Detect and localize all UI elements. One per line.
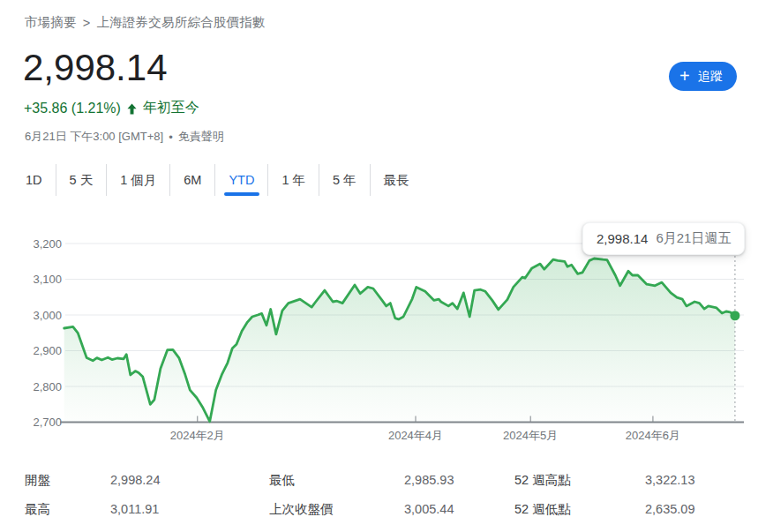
tab-5y[interactable]: 5 年 [319, 164, 371, 196]
breadcrumb-separator: > [83, 16, 91, 30]
stat-label: 52 週低點 [514, 495, 645, 524]
tab-label: 5 年 [333, 172, 356, 189]
stat-value: 2,985.93 [404, 466, 514, 495]
breadcrumb: 市場摘要>上海證券交易所綜合股價指數 [25, 14, 266, 31]
stat-value: 3,005.44 [404, 495, 514, 524]
time-range-tab-bar: 1D5 天1 個月6MYTD1 年5 年最長 [25, 164, 423, 196]
tab-ytd[interactable]: YTD [215, 164, 268, 196]
y-axis-label: 3,200 [33, 237, 62, 251]
tab-label: 1D [26, 173, 42, 187]
active-tab-indicator [224, 192, 259, 196]
change-period-label: 年初至今 [143, 99, 199, 117]
x-axis-label: 2024年5月 [503, 429, 558, 442]
tab-label: 6M [184, 173, 201, 187]
quote-datetime-row: 6月21日 下午3:00 [GMT+8] • 免責聲明 [25, 129, 224, 145]
stat-label: 上次收盤價 [269, 495, 404, 524]
stats-table: 開盤2,998.24最低2,985.9352 週高點3,322.13最高3,01… [25, 466, 750, 524]
y-axis-label: 3,000 [33, 309, 62, 322]
page-title: 上海證券交易所綜合股價指數 [96, 15, 265, 29]
disclaimer-link[interactable]: 免責聲明 [178, 129, 224, 145]
stat-label: 開盤 [25, 466, 110, 495]
follow-button[interactable]: + 追蹤 [669, 62, 737, 91]
tab-max[interactable]: 最長 [371, 164, 423, 196]
y-axis-label: 2,700 [33, 416, 62, 429]
quote-datetime: 6月21日 下午3:00 [GMT+8] [25, 129, 163, 145]
y-axis-label: 2,800 [33, 380, 62, 393]
stat-value: 2,998.24 [110, 466, 269, 495]
x-axis-label: 2024年2月 [170, 429, 225, 442]
stat-value: 3,322.13 [645, 466, 750, 495]
follow-button-label: 追蹤 [698, 69, 723, 85]
plus-icon: + [679, 67, 690, 85]
current-price: 2,998.14 [23, 47, 168, 89]
stat-label: 52 週高點 [514, 466, 645, 495]
price-change-row: +35.86 (1.21%) 年初至今 [24, 99, 199, 117]
tooltip-price: 2,998.14 [597, 231, 648, 246]
stat-value: 3,011.91 [110, 495, 269, 524]
tab-label: YTD [229, 173, 254, 187]
tab-1d[interactable]: 1D [25, 164, 56, 196]
y-axis-label: 3,100 [33, 273, 62, 286]
last-price-dot [730, 311, 739, 320]
stat-label: 最低 [269, 466, 404, 495]
price-change: +35.86 (1.21%) [24, 101, 121, 116]
y-axis-label: 2,900 [33, 344, 62, 357]
stat-value: 2,635.09 [645, 495, 750, 524]
x-axis-label: 2024年6月 [626, 429, 680, 442]
tab-6m[interactable]: 6M [170, 164, 215, 196]
tab-label: 5 天 [70, 172, 94, 189]
x-axis-label: 2024年4月 [388, 429, 443, 442]
arrow-up-icon [125, 101, 139, 116]
tab-1m[interactable]: 1 個月 [107, 164, 170, 196]
tab-label: 1 個月 [120, 172, 156, 189]
stat-label: 最高 [25, 495, 110, 524]
tooltip-date: 6月21日週五 [656, 230, 731, 247]
chart-tooltip: 2,998.14 6月21日週五 [582, 222, 745, 255]
tab-label: 1 年 [281, 172, 305, 189]
dot-separator: • [169, 131, 173, 144]
price-area [64, 259, 735, 423]
breadcrumb-link-market-summary[interactable]: 市場摘要 [25, 15, 77, 29]
tab-1y[interactable]: 1 年 [268, 164, 319, 196]
tab-5d[interactable]: 5 天 [56, 164, 108, 196]
tab-label: 最長 [384, 172, 409, 189]
